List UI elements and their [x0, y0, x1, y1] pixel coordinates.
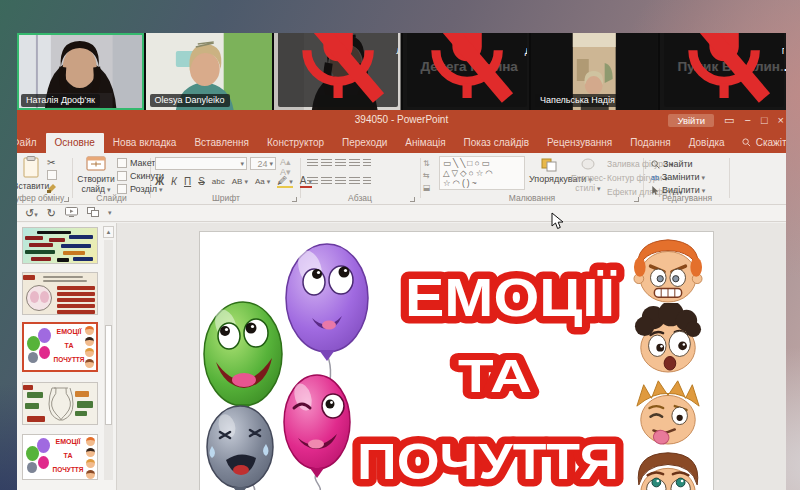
ribbon: Вставити ✂ Буфер обміну Створити слайд М…: [17, 153, 786, 205]
tab-insert[interactable]: Вставлення: [185, 133, 258, 153]
find-button[interactable]: Знайти: [651, 159, 693, 169]
tab-view[interactable]: Подання: [621, 133, 679, 153]
scrollbar-thumb[interactable]: [105, 325, 112, 425]
silly-tongue-boy-face: [624, 375, 712, 445]
video-tile-5[interactable]: Чапельська Надія: [531, 33, 658, 110]
slide-workspace: ЕМОЦІЇ ТА ПОЧУТТЯ: [117, 223, 786, 490]
mouse-cursor: [551, 212, 565, 230]
shadow-button[interactable]: abc: [212, 177, 225, 186]
shocked-boy-face: [624, 303, 712, 373]
upward-looking-boy-face: [624, 446, 712, 490]
cut-button[interactable]: ✂: [47, 157, 55, 168]
quick-access-toolbar: ↺▾ ↻ ▾: [17, 205, 786, 222]
balloon-pink: [284, 375, 350, 478]
grow-shrink-font[interactable]: A▴ A▾: [280, 157, 299, 177]
start-slideshow-button[interactable]: [65, 207, 78, 219]
tab-animations[interactable]: Анімація: [396, 133, 454, 153]
close-icon[interactable]: ×: [778, 112, 784, 128]
list-buttons[interactable]: [307, 159, 371, 168]
tab-home[interactable]: Основне: [46, 133, 104, 153]
slide-thumbnail-3-selected[interactable]: ЕМОЦІЇ ТА ПОЧУТТЯ: [22, 322, 98, 372]
video-tile-1[interactable]: Наталія Дроф'як: [17, 33, 144, 110]
tab-slideshow[interactable]: Показ слайдів: [455, 133, 539, 153]
thumbnails-scrollbar[interactable]: [104, 240, 113, 480]
thumbnails-scroll-up[interactable]: ▲: [103, 226, 114, 238]
participant-name: Чапельська Надія: [535, 94, 620, 107]
bold-button[interactable]: Ж: [155, 176, 164, 187]
editing-group: Знайти abЗамінити Виділити Редагування: [647, 153, 727, 205]
lightbulb-search-icon: [742, 138, 751, 147]
align-buttons[interactable]: [307, 177, 371, 186]
tab-review[interactable]: Рецензування: [538, 133, 621, 153]
tab-file[interactable]: Файл: [17, 133, 46, 153]
emotion-faces-column: [624, 232, 712, 490]
arrange-icon: [541, 158, 557, 172]
slide-thumbnail-2[interactable]: [22, 272, 98, 315]
tab-design[interactable]: Конструктор: [258, 133, 333, 153]
tab-transitions[interactable]: Переходи: [333, 133, 396, 153]
muted-mic-icon: [283, 33, 393, 107]
copy-button[interactable]: [47, 170, 57, 182]
quick-styles-icon: [581, 158, 596, 171]
title-line-2: ТА: [458, 350, 532, 402]
clipboard-group: Вставити ✂ Буфер обміну: [17, 153, 71, 205]
participant-name: Леся Гуцова: [278, 33, 398, 107]
ribbon-options-icon[interactable]: ▭: [724, 112, 734, 128]
minimize-icon[interactable]: −: [744, 112, 750, 128]
highlight-button[interactable]: 🖉: [277, 175, 293, 188]
shapes-gallery[interactable]: ▭╲╲□○▭ △▽◇○☆◠ ☆◠()~: [439, 156, 525, 190]
ribbon-tabs: Файл Основне Нова вкладка Вставлення Кон…: [17, 130, 786, 153]
tab-new[interactable]: Нова вкладка: [104, 133, 186, 153]
title-bar[interactable]: 394050 - PowerPoint Увійти ▭ − □ ×: [17, 110, 786, 130]
replace-button[interactable]: abЗамінити: [651, 172, 705, 182]
slide-title-art: ЕМОЦІЇ ТА ПОЧУТТЯ: [357, 267, 619, 490]
char-spacing-button[interactable]: АВ: [232, 177, 248, 186]
redo-button[interactable]: ↻: [47, 207, 56, 220]
font-size-combo[interactable]: 24: [250, 157, 276, 170]
new-slide-icon: [86, 156, 106, 171]
participant-name: Денега Галина: [407, 33, 527, 107]
slide-canvas[interactable]: ЕМОЦІЇ ТА ПОЧУТТЯ: [200, 232, 713, 490]
new-slide-button[interactable]: Створити слайд: [74, 156, 118, 195]
video-tile-6[interactable]: Пулик Василин... Пулик Василина Васи...: [660, 33, 787, 110]
search-icon: [651, 160, 660, 169]
qat-more-button[interactable]: ▾: [108, 209, 112, 217]
paste-icon: [22, 156, 40, 178]
video-tile-4[interactable]: Денега Галина Денега Галина: [403, 33, 530, 110]
italic-button[interactable]: К: [171, 176, 177, 187]
undo-button[interactable]: ↺▾: [25, 207, 38, 220]
drawing-group: ⇅⇆⬓ ▭╲╲□○▭ △▽◇○☆◠ ☆◠()~ Упорядкувати Екс…: [423, 153, 641, 205]
meeting-strip: Наталія Дроф'як Olesya Danyleiko: [17, 33, 786, 110]
slideshow-icon: [65, 207, 78, 217]
tell-me-search[interactable]: Скажіть, що потрібно зробити: [734, 133, 786, 153]
title-line-1: ЕМОЦІЇ: [405, 267, 617, 327]
vase-outline: [48, 387, 74, 421]
brush-icon: [47, 183, 57, 193]
balloon-gray: [207, 406, 273, 490]
muted-mic-icon: [412, 33, 522, 107]
signin-button[interactable]: Увійти: [668, 114, 714, 127]
strikethrough-button[interactable]: S: [198, 176, 205, 187]
title-line-3: ПОЧУТТЯ: [357, 434, 619, 490]
font-style-buttons[interactable]: Ж К П S abc АВ Аа 🖉 А: [155, 175, 316, 188]
underline-button[interactable]: П: [184, 176, 191, 187]
slide-thumbnail-5[interactable]: ЕМОЦІЇ ТА ПОЧУТТЯ: [22, 434, 98, 480]
slide-thumbnail-1[interactable]: [22, 227, 98, 264]
text-direction-buttons[interactable]: ⇅⇆⬓: [423, 158, 437, 194]
quick-styles-button[interactable]: Експрес-стилі: [571, 158, 605, 193]
arrange-button[interactable]: Упорядкувати: [529, 158, 569, 184]
tab-help[interactable]: Довідка: [680, 133, 734, 153]
balloon-purple: [286, 244, 368, 361]
video-tile-2[interactable]: Olesya Danyleiko: [146, 33, 273, 110]
participant-name: Наталія Дроф'як: [21, 94, 100, 107]
participant-name: Пулик Василина Васи...: [664, 33, 784, 107]
slide-thumbnail-4[interactable]: [22, 382, 98, 425]
powerpoint-window: 394050 - PowerPoint Увійти ▭ − □ × Файл …: [17, 110, 786, 490]
arrange-windows-icon: [87, 207, 99, 217]
change-case-button[interactable]: Аа: [255, 177, 270, 186]
font-name-combo[interactable]: [155, 157, 247, 170]
video-tile-3[interactable]: Леся Гуцова: [274, 33, 401, 110]
arrange-windows-button[interactable]: [87, 207, 99, 219]
restore-icon[interactable]: □: [761, 112, 768, 128]
font-group: 24 A▴ A▾ Ж К П S abc АВ Аа 🖉 А Шрифт: [153, 153, 299, 205]
